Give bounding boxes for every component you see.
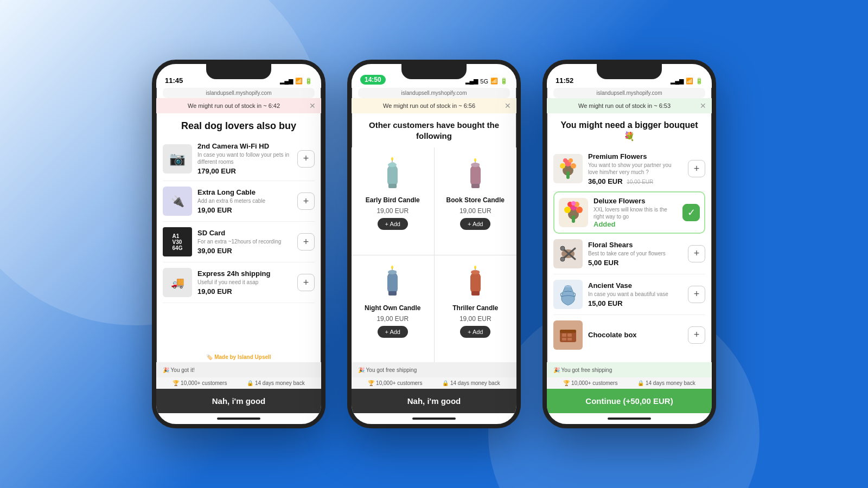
alert-banner-3: We might run out of stock in ~ 6:53 ✕ bbox=[547, 98, 712, 113]
product-item-deluxe-flowers: Deluxe Flowers XXL lovers will know this… bbox=[553, 191, 705, 234]
grid-add-night-own[interactable]: + Add bbox=[378, 326, 408, 338]
svg-point-23 bbox=[474, 266, 476, 269]
cta-button-3[interactable]: Continue (+50,00 EUR) bbox=[547, 389, 712, 413]
phone-content-2: We might run out of stock in ~ 6:56 ✕ Ot… bbox=[352, 98, 516, 424]
svg-point-29 bbox=[569, 158, 573, 163]
grid-price-early-bird: 19,00 EUR bbox=[376, 207, 409, 215]
product-info-shipping: Express 24h shipping Useful if you need … bbox=[197, 269, 292, 296]
trust-bar-1: 🏆 10,000+ customers 🔒 14 days money back bbox=[156, 377, 321, 389]
battery-icon-3: 🔋 bbox=[695, 78, 703, 85]
add-btn-ancient-vase[interactable]: + bbox=[688, 286, 705, 303]
wifi-icon-1: 📶 bbox=[295, 78, 303, 85]
grid-item-night-own: Night Own Candle 19,00 EUR + Add bbox=[352, 255, 434, 363]
add-btn-chocolate[interactable]: + bbox=[688, 326, 705, 344]
add-btn-deluxe-flowers[interactable]: ✓ bbox=[682, 204, 700, 221]
grid-name-early-bird: Early Bird Candle bbox=[366, 196, 420, 204]
status-icons-1: ▂▄▆ 📶 🔋 bbox=[280, 78, 312, 85]
add-btn-premium-flowers[interactable]: + bbox=[688, 160, 705, 177]
svg-point-2 bbox=[388, 163, 397, 167]
cta-button-1[interactable]: Nah, i'm good bbox=[156, 389, 321, 413]
popup-title-1: Real dog lovers also buy bbox=[156, 113, 321, 137]
grid-item-book-store: Book Store Candle 19,00 EUR + Add bbox=[435, 147, 517, 255]
grid-thumb-night-own bbox=[374, 263, 412, 301]
signal-icon-2: ▂▄▆ bbox=[465, 78, 478, 85]
svg-point-8 bbox=[471, 163, 480, 167]
grid-add-early-bird[interactable]: + Add bbox=[378, 218, 408, 230]
product-info-ancient-vase: Ancient Vase In case you want a beautifu… bbox=[588, 281, 682, 307]
product-thumb-cable: 🔌 bbox=[163, 187, 192, 216]
phone-notch-3 bbox=[597, 64, 662, 79]
url-text-1: islandupsell.myshopify.com bbox=[206, 90, 272, 96]
popup-title-3: You might need a bigger bouquet 💐 bbox=[547, 113, 712, 147]
url-text-2: islandupsell.myshopify.com bbox=[401, 90, 467, 96]
status-time-1: 11:45 bbox=[165, 76, 183, 85]
svg-point-11 bbox=[474, 158, 476, 162]
add-btn-floral-shears[interactable]: + bbox=[688, 245, 705, 262]
svg-point-34 bbox=[564, 207, 571, 213]
progress-text-2: 🎉 You got free shipping bbox=[358, 367, 417, 373]
home-bar-1 bbox=[217, 418, 260, 420]
home-indicator-1 bbox=[156, 413, 321, 424]
progress-wrap-2: 🎉 You got free shipping bbox=[352, 362, 516, 377]
url-bar-1: islandupsell.myshopify.com bbox=[163, 88, 315, 98]
phone-footer-1: 🏷️ Made by Island Upsell 🎉 You got it! 🏆… bbox=[156, 352, 321, 424]
svg-rect-47 bbox=[562, 333, 566, 337]
svg-point-43 bbox=[560, 257, 565, 261]
grid-thumb-early-bird bbox=[374, 155, 412, 193]
grid-price-night-own: 19,00 EUR bbox=[376, 315, 409, 323]
add-btn-shipping[interactable]: + bbox=[297, 274, 315, 291]
product-list-3: Premium Flowers You want to show your pa… bbox=[547, 147, 712, 362]
cta-button-2[interactable]: Nah, i'm good bbox=[352, 389, 516, 413]
add-btn-camera[interactable]: + bbox=[297, 150, 315, 168]
made-by-1: 🏷️ Made by Island Upsell bbox=[156, 352, 321, 362]
product-price-ancient-vase: 15,00 EUR bbox=[588, 299, 682, 307]
trust-item-1b: 🔒 14 days money back bbox=[247, 380, 305, 386]
trust-item-1a: 🏆 10,000+ customers bbox=[173, 380, 227, 386]
made-by-brand-1: Island Upsell bbox=[238, 354, 271, 360]
add-btn-cable[interactable]: + bbox=[297, 192, 315, 210]
grid-add-thriller[interactable]: + Add bbox=[460, 326, 490, 338]
status-time-3: 11:52 bbox=[556, 76, 573, 85]
phone-frame-1: 11:45 ▂▄▆ 📶 🔋 islandupsell.myshopify.com… bbox=[152, 60, 326, 428]
svg-rect-49 bbox=[562, 338, 566, 341]
alert-text-3: We might run out of stock in ~ 6:53 bbox=[578, 102, 671, 109]
trust-item-3a: 🏆 10,000+ customers bbox=[563, 380, 617, 386]
progress-text-3: 🎉 You got free shipping bbox=[553, 367, 612, 373]
wifi-icon-3: 📶 bbox=[686, 78, 693, 85]
grid-thumb-book-store bbox=[456, 155, 494, 193]
add-btn-sdcard[interactable]: + bbox=[297, 233, 315, 251]
svg-point-20 bbox=[471, 270, 480, 274]
product-item-ancient-vase: Ancient Vase In case you want a beautifu… bbox=[553, 274, 705, 315]
svg-point-27 bbox=[560, 163, 565, 169]
alert-text-1: We might run out of stock in ~ 6:42 bbox=[188, 102, 280, 109]
product-name-floral-shears: Floral Shears bbox=[588, 241, 682, 249]
phone-content-3: We might run out of stock in ~ 6:53 ✕ Yo… bbox=[547, 98, 712, 424]
trust-bar-3: 🏆 10,000+ customers 🔒 14 days money back bbox=[547, 377, 712, 389]
product-name-ancient-vase: Ancient Vase bbox=[588, 281, 682, 290]
svg-point-33 bbox=[576, 207, 583, 213]
status-time-2: 14:50 bbox=[360, 75, 386, 85]
phone-content-1: We might run out of stock in ~ 6:42 ✕ Re… bbox=[156, 98, 321, 424]
product-thumb-chocolate bbox=[553, 320, 583, 350]
svg-rect-6 bbox=[470, 165, 481, 187]
product-thumb-camera: 📷 bbox=[163, 144, 192, 174]
grid-name-night-own: Night Own Candle bbox=[365, 304, 420, 312]
popup-title-2: Other customers have bought the followin… bbox=[352, 113, 516, 145]
progress-wrap-1: 🎉 You got it! bbox=[156, 362, 321, 377]
grid-add-book-store[interactable]: + Add bbox=[460, 218, 490, 230]
product-item-chocolate: Chocolate box + bbox=[553, 315, 705, 355]
product-info-sdcard: SD Card For an extra ~12hours of recordi… bbox=[197, 229, 292, 255]
product-price-cable: 19,00 EUR bbox=[197, 206, 292, 214]
home-indicator-2 bbox=[352, 413, 516, 424]
alert-close-2[interactable]: ✕ bbox=[505, 101, 511, 110]
alert-close-3[interactable]: ✕ bbox=[700, 101, 706, 110]
svg-point-28 bbox=[563, 158, 567, 163]
wifi-icon-2: 📶 bbox=[490, 78, 498, 85]
svg-rect-44 bbox=[565, 286, 571, 287]
alert-close-1[interactable]: ✕ bbox=[309, 101, 316, 110]
product-price-floral-shears: 5,00 EUR bbox=[588, 259, 682, 267]
trust-item-3b: 🔒 14 days money back bbox=[637, 380, 695, 386]
product-item-shipping: 🚚 Express 24h shipping Useful if you nee… bbox=[163, 262, 315, 303]
product-desc-sdcard: For an extra ~12hours of recording bbox=[197, 238, 292, 245]
phone-notch-2 bbox=[401, 64, 467, 79]
